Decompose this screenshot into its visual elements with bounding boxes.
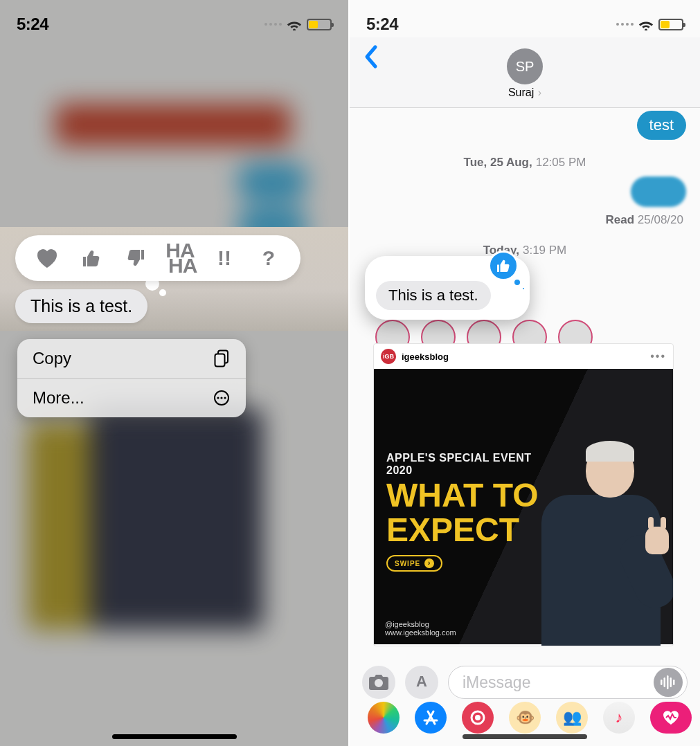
arrow-right-icon: › — [424, 558, 434, 568]
message-bubble[interactable]: This is a test. — [376, 281, 491, 310]
read-receipt: Read 25/08/20 — [606, 213, 684, 227]
credit-2: www.igeeksblog.com — [385, 628, 456, 637]
back-button[interactable] — [357, 43, 384, 76]
reaction-thumbs-up-icon[interactable] — [488, 251, 519, 281]
context-menu: Copy More... — [17, 339, 246, 417]
menu-copy[interactable]: Copy — [17, 339, 246, 378]
svg-point-3 — [217, 397, 219, 399]
app-photos-icon[interactable] — [368, 702, 400, 734]
post-overlay-text: APPLE'S SPECIAL EVENT 2020 WHAT TO EXPEC… — [386, 452, 546, 572]
post-credit: @igeeksblog www.igeeksblog.com — [385, 620, 456, 637]
message-input[interactable]: iMessage — [448, 666, 688, 699]
app-memoji-icon[interactable]: 🐵 — [509, 702, 541, 734]
cellular-dots-icon — [264, 23, 282, 26]
svg-rect-9 — [667, 675, 669, 689]
menu-more-label: More... — [33, 388, 84, 408]
sent-bubble-effect[interactable] — [631, 176, 686, 207]
swipe-label: SWIPE — [395, 560, 420, 567]
status-bar: 5:24 — [0, 0, 348, 33]
app-store-icon[interactable] — [415, 702, 447, 734]
status-bar: 5:24 — [350, 0, 700, 33]
app-red-icon[interactable] — [462, 702, 494, 734]
menu-more[interactable]: More... — [17, 378, 246, 417]
chevron-right-icon: › — [535, 87, 541, 98]
timestamp: Today, 3:19 PM — [350, 244, 700, 257]
status-right — [264, 18, 332, 30]
contact-avatar[interactable]: SP — [507, 48, 543, 84]
battery-icon — [658, 19, 683, 30]
app-memoji-duo-icon[interactable]: 👥 — [556, 702, 588, 734]
svg-text:A: A — [416, 673, 427, 690]
post-author: igeeksblog — [402, 352, 650, 362]
swipe-pill: SWIPE › — [386, 555, 442, 572]
tapback-heart[interactable] — [32, 243, 62, 273]
tapback-question[interactable]: ? — [253, 243, 284, 273]
more-icon — [213, 389, 231, 407]
post-avatar-icon: iGB — [381, 349, 396, 364]
message-bubble[interactable]: This is a test. — [15, 289, 147, 323]
svg-rect-7 — [661, 680, 663, 685]
timestamp: Tue, 25 Aug, 12:05 PM — [350, 156, 700, 170]
app-music-icon[interactable]: ♪ — [603, 702, 635, 734]
status-time: 5:24 — [17, 15, 48, 34]
tapback-picker: HA HA !! ? — [15, 235, 300, 281]
placeholder-text: iMessage — [463, 673, 530, 692]
post-more-icon[interactable]: ••• — [650, 350, 666, 363]
screen-tapback-picker: 5:24 HA HA !! ? This is a test. Copy — [0, 0, 348, 746]
appstore-button[interactable]: A — [405, 666, 438, 699]
credit-1: @igeeksblog — [385, 620, 456, 629]
post-big2: EXPECT — [386, 514, 546, 546]
post-line1: APPLE'S SPECIAL EVENT 2020 — [386, 452, 546, 477]
app-digital-touch-icon[interactable] — [650, 702, 692, 734]
menu-copy-label: Copy — [33, 349, 71, 368]
svg-rect-8 — [664, 677, 666, 687]
screen-reaction-applied: 5:24 SP Suraj › test Tue, 25 Aug, 12:05 … — [348, 0, 700, 746]
read-date: 25/08/20 — [638, 213, 683, 226]
tapback-emphasize[interactable]: !! — [209, 243, 240, 273]
svg-rect-1 — [215, 354, 225, 367]
svg-point-13 — [475, 715, 481, 720]
post-image: APPLE'S SPECIAL EVENT 2020 WHAT TO EXPEC… — [374, 369, 673, 644]
wifi-icon — [638, 18, 654, 30]
tapback-thumbs-down[interactable] — [120, 243, 151, 273]
home-indicator[interactable] — [112, 734, 237, 739]
timestamp-time: 12:05 PM — [536, 156, 586, 170]
timestamp-day: Tue, 25 Aug, — [464, 156, 532, 170]
post-header: iGB igeeksblog ••• — [374, 344, 673, 369]
person-illustration — [533, 423, 665, 644]
camera-button[interactable] — [362, 666, 395, 699]
status-time: 5:24 — [366, 15, 398, 34]
status-right — [616, 18, 683, 30]
contact-name-text: Suraj — [508, 87, 534, 98]
reacted-message-popover: This is a test. — [365, 256, 530, 320]
voice-record-button[interactable] — [654, 668, 683, 697]
home-indicator[interactable] — [463, 734, 587, 739]
read-label: Read — [606, 213, 635, 226]
timestamp-time: 3:19 PM — [523, 244, 566, 257]
sent-bubble[interactable]: test — [637, 111, 686, 140]
copy-icon — [213, 349, 231, 367]
contact-name[interactable]: Suraj › — [508, 87, 541, 99]
svg-point-4 — [220, 397, 222, 399]
tapback-haha[interactable]: HA HA — [165, 243, 195, 273]
svg-rect-10 — [670, 677, 672, 687]
svg-rect-11 — [673, 680, 675, 685]
post-big1: WHAT TO — [386, 480, 546, 511]
battery-icon — [307, 19, 332, 30]
cellular-dots-icon — [616, 23, 634, 26]
imessage-app-drawer[interactable]: 🐵 👥 ♪ — [350, 699, 700, 736]
shared-post[interactable]: iGB igeeksblog ••• APPLE'S SPECIAL EVENT… — [373, 343, 674, 646]
compose-row: A iMessage — [362, 666, 688, 699]
svg-point-5 — [224, 397, 226, 399]
wifi-icon — [286, 18, 303, 30]
tapback-thumbs-up[interactable] — [76, 243, 107, 273]
